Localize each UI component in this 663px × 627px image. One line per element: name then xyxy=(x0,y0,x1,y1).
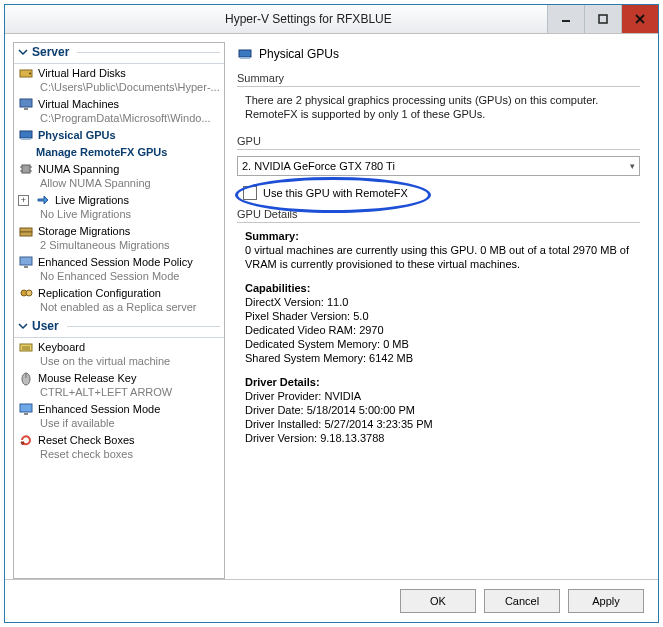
svg-rect-18 xyxy=(24,266,28,268)
reset-icon xyxy=(18,432,34,448)
svg-rect-7 xyxy=(24,108,28,110)
ok-button[interactable]: OK xyxy=(400,589,476,613)
svg-rect-8 xyxy=(20,131,32,138)
collapse-icon[interactable] xyxy=(18,321,28,331)
policy-icon xyxy=(18,254,34,270)
sidebar-item-virtual-hard-disks[interactable]: Virtual Hard Disks C:\Users\Public\Docum… xyxy=(14,64,224,95)
svg-rect-26 xyxy=(20,404,32,412)
gpu-icon xyxy=(18,127,34,143)
section-header-server: Server xyxy=(14,43,224,64)
panel-header: Physical GPUs xyxy=(237,46,640,62)
svg-rect-15 xyxy=(20,228,32,232)
sidebar-item-mouse-release[interactable]: Mouse Release Key CTRL+ALT+LEFT ARROW xyxy=(14,369,224,400)
sidebar-item-physical-gpus[interactable]: Physical GPUs xyxy=(14,126,224,144)
titlebar: Hyper-V Settings for RFXBLUE xyxy=(5,5,658,34)
migration-icon xyxy=(35,192,51,208)
storage-icon xyxy=(18,223,34,239)
details-panel: Physical GPUs Summary There are 2 physic… xyxy=(231,42,650,579)
gpu-dropdown[interactable]: 2. NVIDIA GeForce GTX 780 Ti ▾ xyxy=(237,156,640,176)
sidebar-item-keyboard[interactable]: Keyboard Use on the virtual machine xyxy=(14,338,224,369)
expand-icon[interactable]: + xyxy=(18,195,29,206)
mouse-icon xyxy=(18,370,34,386)
svg-rect-6 xyxy=(20,99,32,107)
sidebar-item-numa-spanning[interactable]: NUMA Spanning Allow NUMA Spanning xyxy=(14,160,224,191)
svg-rect-29 xyxy=(239,50,251,57)
chip-icon xyxy=(18,161,34,177)
svg-rect-1 xyxy=(599,15,607,23)
keyboard-icon xyxy=(18,339,34,355)
sidebar-item-enhanced-session-policy[interactable]: Enhanced Session Mode Policy No Enhanced… xyxy=(14,253,224,284)
apply-button[interactable]: Apply xyxy=(568,589,644,613)
sidebar-item-manage-remotefx[interactable]: Manage RemoteFX GPUs xyxy=(14,144,224,160)
sidebar-item-replication-config[interactable]: Replication Configuration Not enabled as… xyxy=(14,284,224,315)
svg-point-5 xyxy=(29,73,31,75)
minimize-button[interactable] xyxy=(547,5,584,33)
section-header-user: User xyxy=(14,317,224,338)
summary-text: There are 2 physical graphics processing… xyxy=(245,93,636,121)
gpu-details-label: GPU Details xyxy=(237,208,640,220)
settings-tree[interactable]: Server Virtual Hard Disks C:\Users\Publi… xyxy=(13,42,225,579)
close-button[interactable] xyxy=(621,5,658,33)
svg-point-20 xyxy=(26,290,32,296)
drive-icon xyxy=(18,65,34,81)
gpu-details: Summary:0 virtual machines are currently… xyxy=(245,229,640,445)
gpu-group-label: GPU xyxy=(237,135,640,147)
settings-dialog: Hyper-V Settings for RFXBLUE Server xyxy=(4,4,659,623)
svg-rect-9 xyxy=(21,138,31,140)
cancel-button[interactable]: Cancel xyxy=(484,589,560,613)
monitor-icon xyxy=(18,96,34,112)
svg-rect-17 xyxy=(20,257,32,265)
sidebar-item-virtual-machines[interactable]: Virtual Machines C:\ProgramData\Microsof… xyxy=(14,95,224,126)
sidebar-item-enhanced-session-mode[interactable]: Enhanced Session Mode Use if available xyxy=(14,400,224,431)
svg-rect-10 xyxy=(22,165,30,173)
gpu-icon xyxy=(237,46,253,62)
summary-group-label: Summary xyxy=(237,72,640,84)
svg-rect-30 xyxy=(240,57,250,59)
gpu-dropdown-value: 2. NVIDIA GeForce GTX 780 Ti xyxy=(242,160,395,172)
sidebar-item-live-migrations[interactable]: +Live Migrations No Live Migrations xyxy=(14,191,224,222)
use-gpu-remotefx-checkbox[interactable] xyxy=(243,186,257,200)
window-title: Hyper-V Settings for RFXBLUE xyxy=(225,5,547,33)
sidebar-item-storage-migrations[interactable]: Storage Migrations 2 Simultaneous Migrat… xyxy=(14,222,224,253)
maximize-button[interactable] xyxy=(584,5,621,33)
svg-rect-16 xyxy=(20,232,32,236)
replication-icon xyxy=(18,285,34,301)
svg-rect-27 xyxy=(24,413,28,415)
collapse-icon[interactable] xyxy=(18,47,28,57)
sidebar-item-reset-checkboxes[interactable]: Reset Check Boxes Reset check boxes xyxy=(14,431,224,462)
chevron-down-icon: ▾ xyxy=(630,161,635,171)
session-icon xyxy=(18,401,34,417)
dialog-footer: OK Cancel Apply xyxy=(5,579,658,622)
use-gpu-remotefx-label: Use this GPU with RemoteFX xyxy=(263,187,408,199)
